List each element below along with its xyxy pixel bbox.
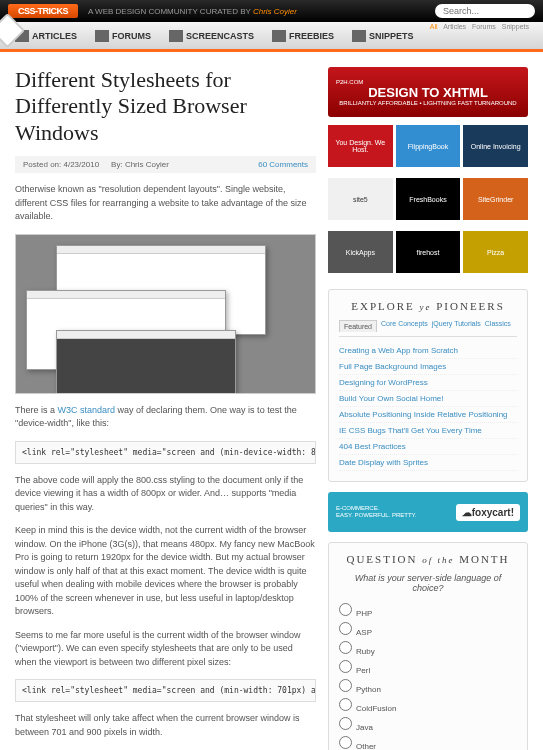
ad-small[interactable]: SiteGrinder <box>463 178 528 220</box>
logo[interactable]: CSS-TRICKS <box>8 4 78 18</box>
search-scope: All Articles Forums Snippets <box>430 23 533 30</box>
ad-main[interactable]: P2H.COM DESIGN TO XHTML BRILLIANTLY AFFO… <box>328 67 528 117</box>
question-subtitle: What is your server-side language of cho… <box>339 573 517 593</box>
nav-freebies[interactable]: FREEBIES <box>272 30 334 42</box>
poll-option[interactable]: Other <box>339 734 517 750</box>
ad-small[interactable]: firehost <box>396 231 461 273</box>
scope-articles[interactable]: Articles <box>443 23 466 30</box>
explore-box: EXPLORE ye PIONEERS Featured Core Concep… <box>328 289 528 482</box>
page-title: Different Stylesheets for Differently Si… <box>15 67 316 146</box>
paragraph: The above code will apply the 800.css st… <box>15 474 316 515</box>
ad-foxycart[interactable]: E-COMMERCE.EASY. POWERFUL. PRETTY. ☁foxy… <box>328 492 528 532</box>
code-block-2: <link rel="stylesheet" media="screen and… <box>15 679 316 702</box>
poll-options: PHP ASP Ruby Perl Python ColdFusion Java… <box>339 601 517 750</box>
list-item[interactable]: Full Page Background Images <box>339 359 517 375</box>
tab-featured[interactable]: Featured <box>339 320 377 332</box>
paragraph: That stylesheet will only take affect wh… <box>15 712 316 739</box>
list-item[interactable]: Build Your Own Social Home! <box>339 391 517 407</box>
ad-small[interactable]: FlippingBook <box>396 125 461 167</box>
poll-option[interactable]: Python <box>339 677 517 696</box>
article-meta: Posted on: 4/23/2010 By: Chris Coyier 60… <box>15 156 316 173</box>
poll-option[interactable]: ColdFusion <box>339 696 517 715</box>
list-item[interactable]: Date Display with Sprites <box>339 455 517 471</box>
explore-links: Creating a Web App from Scratch Full Pag… <box>339 343 517 471</box>
ad-small[interactable]: KickApps <box>328 231 393 273</box>
hero-image <box>15 234 316 394</box>
tagline: A WEB DESIGN COMMUNITY curated by Chris … <box>88 7 297 16</box>
snippets-icon <box>352 30 366 42</box>
list-item[interactable]: 404 Best Practices <box>339 439 517 455</box>
list-item[interactable]: IE CSS Bugs That'll Get You Every Time <box>339 423 517 439</box>
screencasts-icon <box>169 30 183 42</box>
poll-option[interactable]: Java <box>339 715 517 734</box>
tab-core[interactable]: Core Concepts <box>381 320 428 332</box>
comments-link[interactable]: 60 Comments <box>258 160 308 169</box>
intro-text: Otherwise known as "resolution dependent… <box>15 183 316 224</box>
explore-title: EXPLORE ye PIONEERS <box>339 300 517 312</box>
scope-snippets[interactable]: Snippets <box>502 23 529 30</box>
freebies-icon <box>272 30 286 42</box>
poll-option[interactable]: ASP <box>339 620 517 639</box>
list-item[interactable]: Designing for WordPress <box>339 375 517 391</box>
question-box: QUESTION of the MONTH What is your serve… <box>328 542 528 750</box>
question-title: QUESTION of the MONTH <box>339 553 517 565</box>
scope-forums[interactable]: Forums <box>472 23 496 30</box>
poll-option[interactable]: Ruby <box>339 639 517 658</box>
code-block-1: <link rel="stylesheet" media="screen and… <box>15 441 316 464</box>
ad-small[interactable]: Pizza <box>463 231 528 273</box>
explore-tabs: Featured Core Concepts jQuery Tutorials … <box>339 320 517 337</box>
search-input[interactable] <box>435 4 535 18</box>
list-item[interactable]: Creating a Web App from Scratch <box>339 343 517 359</box>
paragraph: There is a W3C standard way of declaring… <box>15 404 316 431</box>
nav-articles[interactable]: ARTICLES <box>15 30 77 42</box>
ad-small[interactable]: Online Invoicing <box>463 125 528 167</box>
poll-option[interactable]: PHP <box>339 601 517 620</box>
sidebar: P2H.COM DESIGN TO XHTML BRILLIANTLY AFFO… <box>328 67 528 750</box>
nav-screencasts[interactable]: SCREENCASTS <box>169 30 254 42</box>
ad-small[interactable]: site5 <box>328 178 393 220</box>
paragraph: Keep in mind this is the device width, n… <box>15 524 316 619</box>
paragraph: Seems to me far more useful is the curre… <box>15 629 316 670</box>
scope-all[interactable]: All <box>430 23 438 30</box>
w3c-link[interactable]: W3C standard <box>58 405 116 415</box>
tab-classics[interactable]: Classics <box>485 320 511 332</box>
forums-icon <box>95 30 109 42</box>
ad-small[interactable]: You Design. We Host. <box>328 125 393 167</box>
ad-small[interactable]: FreshBooks <box>396 178 461 220</box>
top-bar: CSS-TRICKS A WEB DESIGN COMMUNITY curate… <box>0 0 543 22</box>
poll-option[interactable]: Perl <box>339 658 517 677</box>
ad-grid: You Design. We Host. FlippingBook Online… <box>328 125 528 281</box>
nav-snippets[interactable]: SNIPPETS <box>352 30 414 42</box>
search-area <box>435 4 535 18</box>
tab-jquery[interactable]: jQuery Tutorials <box>432 320 481 332</box>
list-item[interactable]: Absolute Positioning Inside Relative Pos… <box>339 407 517 423</box>
article: Different Stylesheets for Differently Si… <box>15 67 316 750</box>
nav-forums[interactable]: FORUMS <box>95 30 151 42</box>
